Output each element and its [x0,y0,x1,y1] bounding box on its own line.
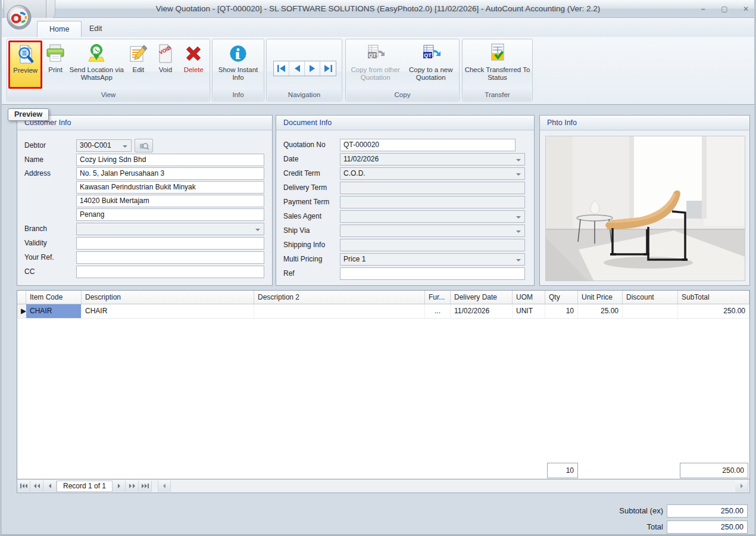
customer-name-input[interactable]: Cozy Living Sdn Bhd [76,154,264,166]
preview-button[interactable]: Preview [8,40,42,89]
copy-from-quotation-icon: QT [365,43,386,64]
show-instant-info-label: Show Instant Info [214,66,263,82]
row-indicator-icon: ▶ [17,304,26,318]
validity-input[interactable] [76,237,264,250]
record-prev-icon[interactable] [43,481,57,492]
multi-pricing-select[interactable]: Price 1 [340,253,525,266]
copy-to-new-quotation-button[interactable]: QT Copy to a new Quotation [404,40,458,89]
ribbon-group-info: Show Instant Info Info [212,39,264,101]
cell-discount[interactable] [623,304,678,318]
multi-pricing-label: Multi Pricing [283,253,322,266]
payment-term-input[interactable] [340,196,525,208]
debtor-search-button[interactable] [135,139,153,152]
cc-input[interactable] [76,266,264,278]
address-line-4-input[interactable]: Penang [76,208,264,221]
your-ref-input[interactable] [76,251,264,264]
col-unit-price[interactable]: Unit Price [578,291,623,304]
preview-tooltip: Preview [8,108,49,121]
address-line-1-input[interactable]: No. 5, Jalan Perusahaan 3 [76,167,264,180]
close-button[interactable]: ✕ [741,5,751,13]
col-discount[interactable]: Discount [623,291,678,304]
record-last-icon[interactable] [139,481,152,492]
preview-label: Preview [13,67,38,74]
send-location-whatsapp-button[interactable]: Send Location via WhatsApp [68,40,125,89]
cell-unit-price[interactable]: 25.00 [578,304,623,318]
table-row[interactable]: ▶ CHAIR CHAIR ... 11/02/2026 UNIT 10 25.… [17,304,749,319]
delete-button[interactable]: Delete [179,40,208,89]
cell-item-code[interactable]: CHAIR [26,304,82,318]
ship-via-select[interactable] [340,225,525,237]
info-icon [229,43,248,64]
cell-fur-ellipsis-button[interactable]: ... [425,304,451,318]
hscroll-left-icon[interactable] [158,481,171,492]
customer-info-panel: Customer Info Debtor 300-C001 Name Cozy … [17,115,273,286]
col-uom[interactable]: UOM [513,291,545,304]
col-description-2[interactable]: Description 2 [254,291,425,304]
tab-home[interactable]: Home [37,21,82,37]
your-ref-label: Your Ref. [24,251,54,264]
col-item-code[interactable]: Item Code [26,291,82,304]
record-first-icon[interactable] [17,481,30,492]
delivery-term-input[interactable] [340,182,525,194]
print-button[interactable]: Print [42,40,68,89]
subtotal-ex-value: 250.00 [667,504,748,518]
grid-indicator-header [17,291,26,304]
col-delivery-date[interactable]: Delivery Date [451,291,513,304]
nav-previous-record-icon[interactable] [289,61,305,76]
record-prev-page-icon[interactable] [30,481,43,492]
edit-button[interactable]: Edit [125,40,152,89]
cell-qty[interactable]: 10 [545,304,578,318]
payment-term-label: Payment Term [283,196,329,208]
debtor-select[interactable]: 300-C001 [76,139,132,152]
nav-last-record-icon[interactable] [320,61,336,76]
ribbon: Preview Print [0,37,756,105]
check-transferred-status-button[interactable]: Check Transferred To Status [464,40,531,89]
send-location-whatsapp-label: Send Location via WhatsApp [68,66,125,82]
cell-description[interactable]: CHAIR [82,304,254,318]
ribbon-group-navigation: Navigation [266,39,342,101]
preview-icon [15,43,36,65]
svg-text:QT: QT [368,52,376,58]
hscroll-right-icon[interactable] [735,481,748,492]
tab-edit[interactable]: Edit [77,21,114,37]
cell-subtotal[interactable]: 250.00 [678,304,749,318]
cell-delivery-date[interactable]: 11/02/2026 [451,304,513,318]
autocount-logo-icon[interactable] [7,5,32,30]
address-label: Address [24,167,51,180]
col-description[interactable]: Description [82,291,254,304]
cell-description-2[interactable] [254,304,425,318]
void-button[interactable]: VOID Void [152,40,179,89]
minimize-button[interactable]: – [698,5,708,13]
quotation-no-label: Quotation No [283,139,326,151]
date-label: Date [283,153,298,166]
subtotal-ex-label: Subtotal (ex) [619,504,663,518]
credit-term-select[interactable]: C.O.D. [340,167,525,180]
show-instant-info-button[interactable]: Show Instant Info [214,40,263,89]
quotation-no-input[interactable]: QT-000020 [340,139,516,151]
shipping-info-input[interactable] [340,239,525,251]
ref-input[interactable] [340,267,525,280]
maximize-button[interactable]: ▢ [719,5,730,13]
cell-uom[interactable]: UNIT [513,304,545,318]
sales-agent-select[interactable] [340,210,525,223]
copy-from-other-quotation-button[interactable]: QT Copy from other Quotation [347,40,404,89]
record-next-page-icon[interactable] [126,481,139,492]
item-grid: Item Code Description Description 2 Fur.… [17,290,750,479]
col-fur[interactable]: Fur... [425,291,451,304]
delete-label: Delete [184,66,204,74]
nav-next-record-icon[interactable] [305,61,320,76]
nav-first-record-icon[interactable] [274,61,289,76]
ref-label: Ref [283,267,295,280]
whatsapp-location-icon [86,43,107,64]
branch-select[interactable] [76,223,264,235]
record-next-icon[interactable] [113,481,126,492]
print-label: Print [48,66,63,74]
col-subtotal[interactable]: SubTotal [678,291,749,304]
edit-label: Edit [133,66,145,74]
ribbon-tab-row: Home Edit [0,18,756,37]
address-line-3-input[interactable]: 14020 Bukit Mertajam [76,195,264,207]
col-qty[interactable]: Qty [545,291,578,304]
address-line-2-input[interactable]: Kawasan Perindustrian Bukit Minyak [76,181,264,194]
date-select[interactable]: 11/02/2026 [340,153,525,166]
delete-x-icon [183,43,204,64]
